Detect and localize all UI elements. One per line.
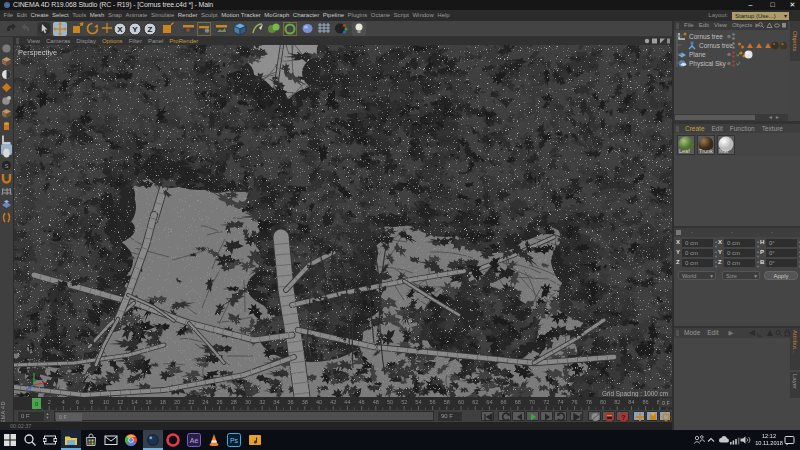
svg-text:22: 22 — [188, 399, 194, 405]
svg-text:52: 52 — [401, 399, 407, 405]
svg-text:36: 36 — [288, 399, 294, 405]
svg-text:20: 20 — [174, 399, 180, 405]
svg-text:24: 24 — [202, 399, 208, 405]
svg-text:4: 4 — [62, 399, 65, 405]
svg-text:68: 68 — [515, 399, 521, 405]
svg-text:76: 76 — [572, 399, 578, 405]
svg-text:14: 14 — [131, 399, 137, 405]
svg-text:78: 78 — [586, 399, 592, 405]
svg-text:18: 18 — [160, 399, 166, 405]
svg-text:32: 32 — [259, 399, 265, 405]
svg-text:2: 2 — [48, 399, 51, 405]
svg-text:80: 80 — [600, 399, 606, 405]
svg-text:Z: Z — [148, 25, 153, 34]
svg-text:Y: Y — [132, 25, 138, 34]
svg-text:Perspective: Perspective — [18, 48, 57, 57]
svg-text:70: 70 — [529, 399, 535, 405]
svg-text:X: X — [117, 25, 123, 34]
svg-text:66: 66 — [501, 399, 507, 405]
svg-text:S: S — [4, 163, 8, 169]
svg-text:28: 28 — [231, 399, 237, 405]
svg-text:86: 86 — [643, 399, 649, 405]
svg-text:6: 6 — [76, 399, 79, 405]
svg-text:64: 64 — [486, 399, 492, 405]
svg-text:74: 74 — [557, 399, 563, 405]
svg-text:48: 48 — [373, 399, 379, 405]
svg-text:58: 58 — [444, 399, 450, 405]
svg-text:44: 44 — [344, 399, 350, 405]
svg-text:?: ? — [622, 414, 626, 421]
svg-text:42: 42 — [330, 399, 336, 405]
svg-text:72: 72 — [543, 399, 549, 405]
svg-text:0 F: 0 F — [662, 400, 671, 406]
svg-text:30: 30 — [245, 399, 251, 405]
svg-text:40: 40 — [316, 399, 322, 405]
svg-text:62: 62 — [472, 399, 478, 405]
svg-text:26: 26 — [217, 399, 223, 405]
svg-text:50: 50 — [387, 399, 393, 405]
svg-text:38: 38 — [302, 399, 308, 405]
svg-text:0: 0 — [35, 401, 38, 407]
svg-text:8: 8 — [90, 399, 93, 405]
svg-text:16: 16 — [146, 399, 152, 405]
svg-text:46: 46 — [359, 399, 365, 405]
svg-text:34: 34 — [273, 399, 279, 405]
svg-text:Grid Spacing : 1000 cm: Grid Spacing : 1000 cm — [602, 390, 668, 398]
svg-text:56: 56 — [430, 399, 436, 405]
svg-text:12: 12 — [117, 399, 123, 405]
svg-text:Ae: Ae — [190, 437, 199, 444]
svg-text:84: 84 — [628, 399, 634, 405]
svg-text:54: 54 — [415, 399, 421, 405]
svg-text:10: 10 — [103, 399, 109, 405]
svg-text:82: 82 — [614, 399, 620, 405]
svg-text:Ps: Ps — [230, 437, 239, 444]
svg-text:60: 60 — [458, 399, 464, 405]
